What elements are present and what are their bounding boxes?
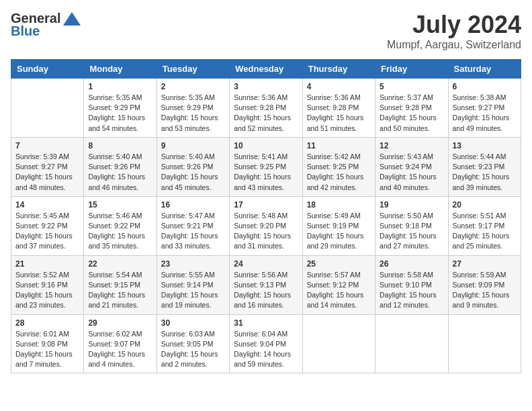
day-info: Sunrise: 5:36 AMSunset: 9:28 PMDaylight:…	[234, 93, 298, 134]
day-info: Sunrise: 5:45 AMSunset: 9:22 PMDaylight:…	[15, 211, 79, 252]
day-info: Sunrise: 5:55 AMSunset: 9:14 PMDaylight:…	[161, 270, 225, 311]
day-info: Sunrise: 5:46 AMSunset: 9:22 PMDaylight:…	[88, 211, 152, 252]
day-info: Sunrise: 6:02 AMSunset: 9:07 PMDaylight:…	[88, 329, 152, 370]
day-info: Sunrise: 5:38 AMSunset: 9:27 PMDaylight:…	[453, 93, 517, 134]
day-info: Sunrise: 6:04 AMSunset: 9:04 PMDaylight:…	[234, 329, 298, 370]
day-info: Sunrise: 5:37 AMSunset: 9:28 PMDaylight:…	[380, 93, 443, 134]
calendar-cell: 19Sunrise: 5:50 AMSunset: 9:18 PMDayligh…	[375, 196, 448, 255]
calendar-cell: 18Sunrise: 5:49 AMSunset: 9:19 PMDayligh…	[302, 196, 375, 255]
day-number: 24	[234, 259, 298, 269]
day-info: Sunrise: 5:44 AMSunset: 9:23 PMDaylight:…	[453, 152, 517, 193]
calendar-cell: 31Sunrise: 6:04 AMSunset: 9:04 PMDayligh…	[230, 314, 302, 373]
calendar-table: SundayMondayTuesdayWednesdayThursdayFrid…	[11, 59, 521, 373]
calendar-cell: 28Sunrise: 6:01 AMSunset: 9:08 PMDayligh…	[11, 314, 84, 373]
day-info: Sunrise: 5:51 AMSunset: 9:17 PMDaylight:…	[453, 211, 517, 252]
calendar-cell: 29Sunrise: 6:02 AMSunset: 9:07 PMDayligh…	[84, 314, 157, 373]
calendar-cell: 2Sunrise: 5:35 AMSunset: 9:29 PMDaylight…	[157, 79, 229, 138]
day-info: Sunrise: 5:58 AMSunset: 9:10 PMDaylight:…	[380, 270, 443, 311]
calendar-cell: 17Sunrise: 5:48 AMSunset: 9:20 PMDayligh…	[230, 196, 302, 255]
day-number: 12	[380, 141, 443, 150]
page-header: General Blue July 2024 Mumpf, Aargau, Sw…	[11, 11, 521, 51]
day-number: 21	[15, 259, 79, 269]
day-info: Sunrise: 5:41 AMSunset: 9:25 PMDaylight:…	[234, 152, 298, 193]
calendar-cell	[302, 314, 375, 373]
weekday-header-tuesday: Tuesday	[157, 60, 229, 79]
weekday-header-wednesday: Wednesday	[230, 60, 302, 79]
day-number: 26	[380, 259, 443, 269]
day-info: Sunrise: 5:35 AMSunset: 9:29 PMDaylight:…	[88, 93, 152, 134]
day-number: 25	[307, 259, 371, 269]
calendar-cell: 12Sunrise: 5:43 AMSunset: 9:24 PMDayligh…	[375, 137, 448, 196]
month-title: July 2024	[387, 11, 521, 39]
logo-blue-text: Blue	[11, 24, 40, 39]
day-number: 15	[88, 200, 152, 210]
calendar-week-row: 28Sunrise: 6:01 AMSunset: 9:08 PMDayligh…	[11, 314, 521, 373]
day-number: 5	[380, 82, 443, 91]
day-number: 27	[453, 259, 517, 269]
day-number: 29	[88, 318, 152, 328]
day-number: 19	[380, 200, 443, 210]
calendar-cell: 14Sunrise: 5:45 AMSunset: 9:22 PMDayligh…	[11, 196, 84, 255]
day-info: Sunrise: 5:56 AMSunset: 9:13 PMDaylight:…	[234, 270, 298, 311]
day-number: 1	[88, 82, 152, 91]
day-info: Sunrise: 5:52 AMSunset: 9:16 PMDaylight:…	[15, 270, 79, 311]
day-info: Sunrise: 5:57 AMSunset: 9:12 PMDaylight:…	[307, 270, 371, 311]
day-info: Sunrise: 5:36 AMSunset: 9:28 PMDaylight:…	[307, 93, 371, 134]
calendar-week-row: 21Sunrise: 5:52 AMSunset: 9:16 PMDayligh…	[11, 255, 521, 314]
calendar-cell: 9Sunrise: 5:40 AMSunset: 9:26 PMDaylight…	[157, 137, 229, 196]
calendar-cell: 8Sunrise: 5:40 AMSunset: 9:26 PMDaylight…	[84, 137, 157, 196]
day-info: Sunrise: 5:40 AMSunset: 9:26 PMDaylight:…	[161, 152, 225, 193]
day-number: 4	[307, 82, 371, 91]
day-info: Sunrise: 5:50 AMSunset: 9:18 PMDaylight:…	[380, 211, 443, 252]
day-number: 7	[15, 141, 79, 150]
calendar-cell: 11Sunrise: 5:42 AMSunset: 9:25 PMDayligh…	[302, 137, 375, 196]
day-number: 20	[453, 200, 517, 210]
day-info: Sunrise: 5:39 AMSunset: 9:27 PMDaylight:…	[15, 152, 79, 193]
day-number: 14	[15, 200, 79, 210]
day-info: Sunrise: 5:40 AMSunset: 9:26 PMDaylight:…	[88, 152, 152, 193]
calendar-cell: 3Sunrise: 5:36 AMSunset: 9:28 PMDaylight…	[230, 79, 302, 138]
calendar-cell: 13Sunrise: 5:44 AMSunset: 9:23 PMDayligh…	[448, 137, 521, 196]
calendar-cell: 20Sunrise: 5:51 AMSunset: 9:17 PMDayligh…	[448, 196, 521, 255]
weekday-header-row: SundayMondayTuesdayWednesdayThursdayFrid…	[11, 60, 521, 79]
logo: General Blue	[11, 11, 81, 39]
calendar-cell: 4Sunrise: 5:36 AMSunset: 9:28 PMDaylight…	[302, 79, 375, 138]
weekday-header-saturday: Saturday	[448, 60, 521, 79]
day-number: 16	[161, 200, 225, 210]
svg-marker-0	[63, 12, 81, 26]
day-info: Sunrise: 5:43 AMSunset: 9:24 PMDaylight:…	[380, 152, 443, 193]
day-number: 18	[307, 200, 371, 210]
calendar-cell: 6Sunrise: 5:38 AMSunset: 9:27 PMDaylight…	[448, 79, 521, 138]
calendar-cell	[448, 314, 521, 373]
calendar-cell: 27Sunrise: 5:59 AMSunset: 9:09 PMDayligh…	[448, 255, 521, 314]
calendar-week-row: 1Sunrise: 5:35 AMSunset: 9:29 PMDaylight…	[11, 79, 521, 138]
calendar-cell	[375, 314, 448, 373]
day-number: 9	[161, 141, 225, 150]
day-number: 30	[161, 318, 225, 328]
day-info: Sunrise: 5:42 AMSunset: 9:25 PMDaylight:…	[307, 152, 371, 193]
day-info: Sunrise: 5:49 AMSunset: 9:19 PMDaylight:…	[307, 211, 371, 252]
calendar-cell: 21Sunrise: 5:52 AMSunset: 9:16 PMDayligh…	[11, 255, 84, 314]
calendar-cell: 5Sunrise: 5:37 AMSunset: 9:28 PMDaylight…	[375, 79, 448, 138]
day-info: Sunrise: 6:01 AMSunset: 9:08 PMDaylight:…	[15, 329, 79, 370]
day-number: 13	[453, 141, 517, 150]
calendar-cell: 26Sunrise: 5:58 AMSunset: 9:10 PMDayligh…	[375, 255, 448, 314]
calendar-cell: 30Sunrise: 6:03 AMSunset: 9:05 PMDayligh…	[157, 314, 229, 373]
day-number: 2	[161, 82, 225, 91]
calendar-header: SundayMondayTuesdayWednesdayThursdayFrid…	[11, 60, 521, 79]
day-info: Sunrise: 6:03 AMSunset: 9:05 PMDaylight:…	[161, 329, 225, 370]
calendar-cell: 22Sunrise: 5:54 AMSunset: 9:15 PMDayligh…	[84, 255, 157, 314]
calendar-cell: 1Sunrise: 5:35 AMSunset: 9:29 PMDaylight…	[84, 79, 157, 138]
day-number: 17	[234, 200, 298, 210]
day-number: 10	[234, 141, 298, 150]
day-info: Sunrise: 5:35 AMSunset: 9:29 PMDaylight:…	[161, 93, 225, 134]
title-section: July 2024 Mumpf, Aargau, Switzerland	[387, 11, 521, 51]
day-info: Sunrise: 5:54 AMSunset: 9:15 PMDaylight:…	[88, 270, 152, 311]
calendar-cell: 10Sunrise: 5:41 AMSunset: 9:25 PMDayligh…	[230, 137, 302, 196]
weekday-header-friday: Friday	[375, 60, 448, 79]
calendar-week-row: 14Sunrise: 5:45 AMSunset: 9:22 PMDayligh…	[11, 196, 521, 255]
calendar-cell: 16Sunrise: 5:47 AMSunset: 9:21 PMDayligh…	[157, 196, 229, 255]
day-number: 3	[234, 82, 298, 91]
calendar-cell: 23Sunrise: 5:55 AMSunset: 9:14 PMDayligh…	[157, 255, 229, 314]
day-number: 31	[234, 318, 298, 328]
